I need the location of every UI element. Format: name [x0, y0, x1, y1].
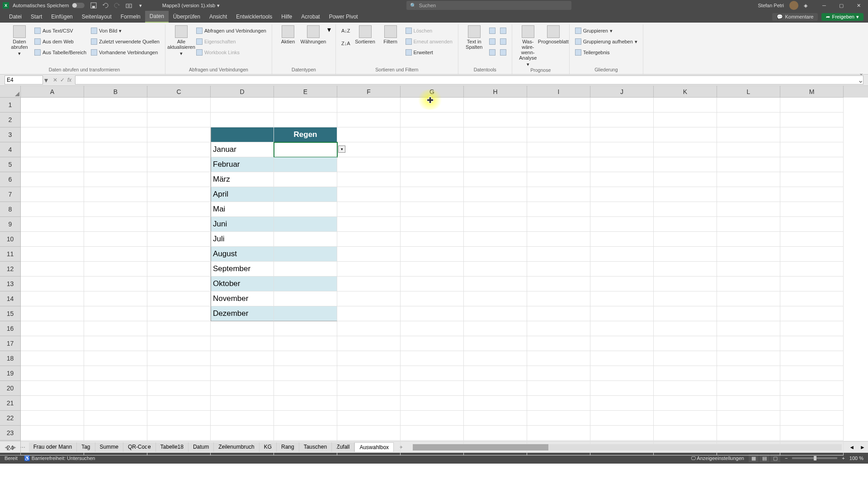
cell[interactable]	[147, 441, 211, 455]
comments-button[interactable]: 💬 Kommentare	[772, 13, 818, 21]
cell[interactable]	[337, 396, 401, 411]
cell[interactable]: Juli	[211, 232, 274, 247]
cell[interactable]	[147, 262, 211, 277]
col-header[interactable]: K	[654, 86, 717, 98]
cell[interactable]	[21, 426, 84, 441]
col-header[interactable]: A	[21, 86, 84, 98]
row-header[interactable]: 11	[0, 247, 21, 262]
cell[interactable]	[274, 336, 337, 351]
cell[interactable]	[21, 441, 84, 455]
cell[interactable]	[401, 113, 464, 127]
cell[interactable]	[527, 262, 590, 277]
row-header[interactable]: 3	[0, 127, 21, 142]
cell[interactable]	[654, 187, 717, 202]
col-header[interactable]: D	[211, 86, 274, 98]
cell[interactable]	[464, 277, 527, 291]
cell[interactable]	[147, 366, 211, 381]
cell[interactable]	[274, 142, 337, 157]
cell[interactable]	[274, 217, 337, 232]
cell[interactable]	[654, 113, 717, 127]
tab-acrobat[interactable]: Acrobat	[297, 11, 324, 23]
cell[interactable]	[654, 381, 717, 396]
col-header[interactable]: G	[401, 86, 464, 98]
cell[interactable]	[717, 426, 780, 441]
cell[interactable]	[21, 187, 84, 202]
cell[interactable]	[717, 113, 780, 127]
cell[interactable]	[337, 202, 401, 217]
cell[interactable]	[780, 396, 844, 411]
cell[interactable]	[401, 336, 464, 351]
cell[interactable]	[780, 172, 844, 187]
cell[interactable]	[654, 247, 717, 262]
get-data-button[interactable]: Daten abrufen▾	[8, 25, 31, 56]
row-header[interactable]: 6	[0, 172, 21, 187]
tab-powerpivot[interactable]: Power Pivot	[325, 11, 363, 23]
cell[interactable]	[211, 381, 274, 396]
cell[interactable]	[147, 172, 211, 187]
cell[interactable]	[654, 127, 717, 142]
cell[interactable]	[84, 262, 147, 277]
cell[interactable]	[337, 426, 401, 441]
cell[interactable]	[21, 351, 84, 366]
refresh-all-button[interactable]: Alle aktualisieren▾	[170, 25, 193, 56]
row-header[interactable]: 24	[0, 441, 21, 455]
cell[interactable]	[590, 291, 654, 306]
cell[interactable]	[401, 262, 464, 277]
cell[interactable]	[780, 366, 844, 381]
cell[interactable]	[21, 321, 84, 336]
cell[interactable]	[717, 172, 780, 187]
col-header[interactable]: C	[147, 86, 211, 98]
cell[interactable]	[147, 217, 211, 232]
cell[interactable]	[401, 247, 464, 262]
cell[interactable]	[84, 217, 147, 232]
cell[interactable]	[717, 277, 780, 291]
cell[interactable]	[590, 336, 654, 351]
row-header[interactable]: 20	[0, 381, 21, 396]
filename[interactable]: Mappe3 (version 1).xlsb ▾	[162, 3, 220, 9]
cell[interactable]	[464, 336, 527, 351]
cell[interactable]	[654, 202, 717, 217]
autosave-toggle[interactable]: Automatisches Speichern	[13, 3, 85, 8]
cell[interactable]	[147, 113, 211, 127]
cell[interactable]: September	[211, 262, 274, 277]
fx-icon[interactable]: fx	[67, 77, 71, 83]
tab-seitenlayout[interactable]: Seitenlayout	[77, 11, 116, 23]
cell[interactable]	[274, 247, 337, 262]
cell[interactable]	[274, 411, 337, 426]
diamond-icon[interactable]: ◈	[804, 3, 807, 9]
cell[interactable]	[274, 232, 337, 247]
cell[interactable]	[211, 351, 274, 366]
cell[interactable]	[401, 277, 464, 291]
row-header[interactable]: 10	[0, 232, 21, 247]
row-header[interactable]: 17	[0, 336, 21, 351]
cell[interactable]	[780, 217, 844, 232]
cell[interactable]	[147, 157, 211, 172]
col-header[interactable]: L	[717, 86, 780, 98]
cell[interactable]	[464, 217, 527, 232]
share-button[interactable]: ➦ Freigeben ▾	[821, 13, 863, 21]
cell[interactable]	[84, 187, 147, 202]
cell[interactable]	[211, 127, 274, 142]
cell[interactable]	[590, 232, 654, 247]
cell[interactable]	[84, 441, 147, 455]
tab-formeln[interactable]: Formeln	[116, 11, 145, 23]
row-header[interactable]: 1	[0, 98, 21, 113]
redo-icon[interactable]	[113, 2, 121, 9]
qat-dropdown-icon[interactable]: ▾	[137, 2, 144, 9]
cell[interactable]	[337, 277, 401, 291]
cell[interactable]	[147, 232, 211, 247]
cell[interactable]	[590, 217, 654, 232]
formula-expand-icon[interactable]: ⌄	[858, 76, 863, 84]
cell[interactable]	[780, 113, 844, 127]
cell[interactable]	[464, 157, 527, 172]
cell[interactable]	[211, 336, 274, 351]
cell[interactable]	[590, 306, 654, 321]
tab-ansicht[interactable]: Ansicht	[205, 11, 231, 23]
cell[interactable]	[717, 142, 780, 157]
cell[interactable]	[590, 247, 654, 262]
cell[interactable]	[590, 411, 654, 426]
cell[interactable]	[590, 321, 654, 336]
cell[interactable]	[274, 291, 337, 306]
col-header[interactable]: E	[274, 86, 337, 98]
cell[interactable]	[84, 247, 147, 262]
